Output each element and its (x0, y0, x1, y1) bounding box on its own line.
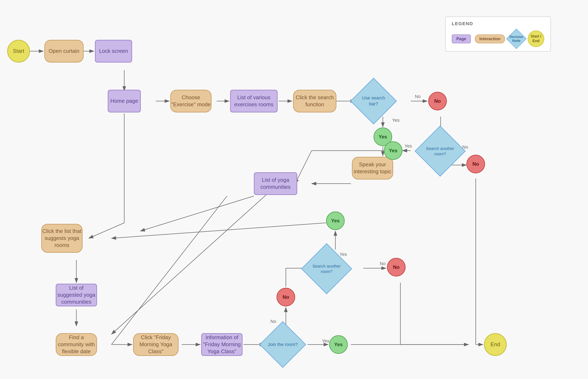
no1-node: No (428, 92, 447, 111)
svg-line-37 (111, 184, 279, 334)
legend-page: Page (452, 34, 471, 43)
yes3-node: Yes (329, 335, 348, 354)
legend-decision: Decision Node (506, 29, 527, 49)
choose-exercise-node: Choose "Exercise" mode (170, 90, 212, 112)
click-friday-node: Click "Friday Morning Yoga Class" (133, 333, 178, 356)
use-search-bar-node: Use search bar? (350, 78, 397, 125)
no2-node: No (466, 155, 485, 173)
click-list-suggests-node: Click the list that suggests yoga rooms (41, 224, 82, 253)
svg-line-34 (111, 223, 326, 238)
no3-node: No (277, 288, 295, 306)
join-room-node: Join the room? (259, 321, 306, 368)
legend-decision-label: Decision Node (509, 35, 524, 43)
flowchart-container: Legend Page Interaction Decision Node St… (0, 0, 588, 379)
speak-topic-node: Speak your interesting topic (352, 157, 393, 179)
no-label-2: No (462, 144, 468, 150)
no-label-4: No (380, 261, 385, 266)
svg-line-16 (295, 151, 312, 184)
legend-title: Legend (452, 21, 544, 26)
list-exercise-rooms-node: List of various exercises rooms (230, 90, 278, 112)
open-curtain-node: Open curtain (44, 40, 84, 63)
legend: Legend Page Interaction Decision Node St… (445, 16, 551, 52)
list-yoga-communities-node: List of yoga communities (254, 172, 297, 195)
find-community-node: Find a community with flexible date (56, 333, 97, 356)
legend-startend: Start / End (528, 31, 544, 47)
search-another1-node: Search another room? (415, 126, 466, 177)
lock-screen-node: Lock screen (95, 40, 132, 63)
search-another2-node: Search another room? (301, 243, 352, 294)
no-label-3: No (270, 319, 276, 324)
home-page-node: Home page (108, 90, 141, 112)
svg-line-17 (140, 196, 254, 231)
info-friday-node: Information of "Friday Morning Yoga Clas… (201, 333, 242, 356)
list-suggested-node: List of suggested yoga communities (56, 284, 97, 306)
start-node: Start (7, 40, 30, 63)
yes-label-4: Yes (339, 252, 347, 257)
svg-line-38 (111, 196, 227, 345)
legend-interaction: Interaction (475, 34, 505, 43)
yes2-node: Yes (384, 141, 402, 160)
svg-line-19 (89, 223, 124, 238)
no-label-1: No (415, 94, 421, 99)
yes-label-1: Yes (392, 118, 399, 123)
end-node: End (484, 333, 507, 356)
yes-label-3: Yes (322, 338, 329, 344)
legend-items: Page Interaction Decision Node Start / E… (452, 31, 544, 47)
click-search-node: Click the search function (293, 90, 336, 112)
yes-label-2: Yes (405, 143, 412, 149)
yes4-node: Yes (326, 211, 345, 230)
no4-node: No (387, 258, 406, 276)
